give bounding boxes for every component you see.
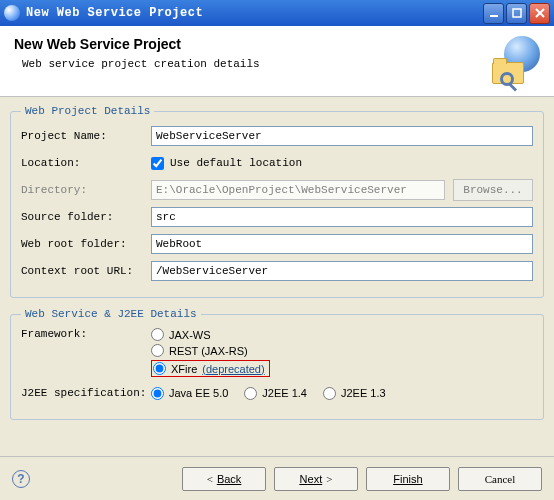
source-folder-label: Source folder:: [21, 211, 151, 223]
j2ee13-label: J2EE 1.3: [341, 387, 386, 399]
framework-rest-label: REST (JAX-RS): [169, 345, 248, 357]
location-label: Location:: [21, 157, 151, 169]
j2ee-spec-label: J2EE specification:: [21, 387, 151, 399]
title-bar: New Web Service Project: [0, 0, 554, 26]
group-legend: Web Project Details: [21, 105, 154, 117]
directory-label: Directory:: [21, 184, 151, 196]
j2ee14-option[interactable]: J2EE 1.4: [244, 387, 307, 400]
project-name-label: Project Name:: [21, 130, 151, 142]
framework-jaxws-radio[interactable]: [151, 328, 164, 341]
page-subtitle: Web service project creation details: [22, 58, 492, 70]
use-default-location-label: Use default location: [170, 157, 302, 169]
maximize-button[interactable]: [506, 3, 527, 24]
wizard-icon: [492, 36, 540, 84]
javaee5-option[interactable]: Java EE 5.0: [151, 387, 228, 400]
source-folder-input[interactable]: [151, 207, 533, 227]
framework-jaxws-option[interactable]: JAX-WS: [151, 328, 270, 341]
next-button[interactable]: Next >: [274, 467, 358, 491]
cancel-button[interactable]: Cancel: [458, 467, 542, 491]
wizard-footer: ? < Back Next > Finish Cancel: [0, 456, 554, 500]
xfire-deprecated-link[interactable]: (deprecated): [202, 363, 264, 375]
group-legend: Web Service & J2EE Details: [21, 308, 201, 320]
project-name-input[interactable]: [151, 126, 533, 146]
framework-label: Framework:: [21, 328, 151, 340]
web-root-folder-label: Web root folder:: [21, 238, 151, 250]
framework-xfire-radio[interactable]: [153, 362, 166, 375]
javaee5-label: Java EE 5.0: [169, 387, 228, 399]
app-icon: [4, 5, 20, 21]
close-button[interactable]: [529, 3, 550, 24]
framework-rest-radio[interactable]: [151, 344, 164, 357]
page-title: New Web Service Project: [14, 36, 492, 52]
j2ee14-radio[interactable]: [244, 387, 257, 400]
framework-xfire-option[interactable]: XFire (deprecated): [153, 362, 265, 375]
window-buttons: [483, 3, 550, 24]
j2ee13-option[interactable]: J2EE 1.3: [323, 387, 386, 400]
framework-xfire-label: XFire: [171, 363, 197, 375]
j2ee13-radio[interactable]: [323, 387, 336, 400]
finish-button[interactable]: Finish: [366, 467, 450, 491]
framework-xfire-highlight: XFire (deprecated): [151, 360, 270, 377]
context-root-input[interactable]: [151, 261, 533, 281]
web-project-details-group: Web Project Details Project Name: Locati…: [10, 105, 544, 298]
web-root-folder-input[interactable]: [151, 234, 533, 254]
back-button[interactable]: < Back: [182, 467, 266, 491]
minimize-button[interactable]: [483, 3, 504, 24]
svg-rect-1: [513, 9, 521, 17]
web-service-j2ee-details-group: Web Service & J2EE Details Framework: JA…: [10, 308, 544, 420]
window-title: New Web Service Project: [26, 6, 483, 20]
use-default-location-checkbox[interactable]: [151, 157, 164, 170]
help-button[interactable]: ?: [12, 470, 30, 488]
framework-rest-option[interactable]: REST (JAX-RS): [151, 344, 270, 357]
directory-input: [151, 180, 445, 200]
wizard-header: New Web Service Project Web service proj…: [0, 26, 554, 97]
javaee5-radio[interactable]: [151, 387, 164, 400]
browse-button: Browse...: [453, 179, 533, 201]
framework-jaxws-label: JAX-WS: [169, 329, 211, 341]
j2ee14-label: J2EE 1.4: [262, 387, 307, 399]
context-root-label: Context root URL:: [21, 265, 151, 277]
